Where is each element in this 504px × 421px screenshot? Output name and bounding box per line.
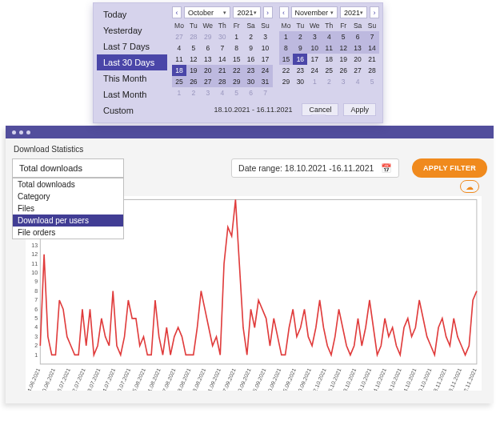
preset-item[interactable]: Last 7 Days bbox=[97, 38, 167, 54]
year-select[interactable]: 2021 ▾ bbox=[340, 6, 367, 18]
preset-item[interactable]: Yesterday bbox=[97, 22, 167, 38]
next-month-button[interactable]: › bbox=[370, 6, 379, 18]
day-other-month[interactable]: 1 bbox=[172, 87, 186, 98]
day[interactable]: 20 bbox=[350, 54, 365, 65]
day-other-month[interactable]: 29 bbox=[201, 31, 215, 42]
month-select[interactable]: November ▾ bbox=[291, 6, 338, 18]
day[interactable]: 19 bbox=[336, 54, 350, 65]
day[interactable]: 18 bbox=[172, 65, 186, 76]
day[interactable]: 24 bbox=[307, 65, 322, 76]
day[interactable]: 20 bbox=[201, 65, 215, 76]
day[interactable]: 23 bbox=[293, 65, 307, 76]
year-select[interactable]: 2021 ▾ bbox=[233, 6, 260, 18]
day[interactable]: 18 bbox=[322, 54, 336, 65]
cancel-button[interactable]: Cancel bbox=[302, 103, 338, 116]
date-range-input[interactable]: Date range: 18.10.2021 -16.11.2021 📅 bbox=[231, 158, 399, 178]
day-other-month[interactable]: 2 bbox=[186, 87, 201, 98]
day[interactable]: 1 bbox=[279, 31, 294, 42]
day-other-month[interactable]: 1 bbox=[307, 76, 322, 87]
metric-option[interactable]: Download per users bbox=[13, 215, 123, 227]
day[interactable]: 26 bbox=[186, 76, 201, 87]
day[interactable]: 5 bbox=[186, 42, 201, 54]
day[interactable]: 15 bbox=[279, 54, 294, 65]
day[interactable]: 9 bbox=[293, 42, 307, 54]
day[interactable]: 16 bbox=[293, 54, 307, 65]
day[interactable]: 28 bbox=[365, 65, 379, 76]
day[interactable]: 15 bbox=[230, 54, 244, 65]
day[interactable]: 21 bbox=[365, 54, 379, 65]
day[interactable]: 3 bbox=[258, 31, 273, 42]
day[interactable]: 6 bbox=[201, 42, 215, 54]
day[interactable]: 10 bbox=[258, 42, 273, 54]
day[interactable]: 8 bbox=[230, 42, 244, 54]
day[interactable]: 13 bbox=[201, 54, 215, 65]
day[interactable]: 7 bbox=[215, 42, 230, 54]
day-other-month[interactable]: 7 bbox=[258, 87, 273, 98]
cloud-download-icon[interactable]: ☁ bbox=[460, 180, 479, 193]
day[interactable]: 5 bbox=[336, 31, 350, 42]
day[interactable]: 8 bbox=[279, 42, 294, 54]
day[interactable]: 22 bbox=[230, 65, 244, 76]
day[interactable]: 12 bbox=[336, 42, 350, 54]
day-other-month[interactable]: 5 bbox=[365, 76, 379, 87]
metric-option[interactable]: Total downloads bbox=[13, 178, 123, 190]
day-other-month[interactable]: 30 bbox=[215, 31, 230, 42]
day[interactable]: 23 bbox=[244, 65, 258, 76]
preset-item[interactable]: Custom bbox=[97, 102, 167, 118]
apply-filter-button[interactable]: APPLY FILTER bbox=[412, 158, 487, 178]
day[interactable]: 10 bbox=[307, 42, 322, 54]
day[interactable]: 2 bbox=[244, 31, 258, 42]
month-select[interactable]: October ▾ bbox=[184, 6, 230, 18]
day[interactable]: 14 bbox=[365, 42, 379, 54]
day[interactable]: 29 bbox=[279, 76, 294, 87]
metric-option[interactable]: File orders bbox=[13, 227, 123, 239]
day[interactable]: 14 bbox=[215, 54, 230, 65]
preset-item[interactable]: Last 30 Days bbox=[97, 54, 167, 70]
day[interactable]: 27 bbox=[201, 76, 215, 87]
day[interactable]: 6 bbox=[350, 31, 365, 42]
day[interactable]: 2 bbox=[293, 31, 307, 42]
day-other-month[interactable]: 28 bbox=[186, 31, 201, 42]
day[interactable]: 11 bbox=[322, 42, 336, 54]
prev-month-button[interactable]: ‹ bbox=[172, 6, 182, 18]
day[interactable]: 7 bbox=[365, 31, 379, 42]
day-other-month[interactable]: 3 bbox=[201, 87, 215, 98]
day[interactable]: 11 bbox=[172, 54, 186, 65]
prev-month-button[interactable]: ‹ bbox=[279, 6, 289, 18]
day[interactable]: 4 bbox=[322, 31, 336, 42]
day[interactable]: 26 bbox=[336, 65, 350, 76]
day[interactable]: 29 bbox=[230, 76, 244, 87]
day[interactable]: 27 bbox=[350, 65, 365, 76]
day[interactable]: 3 bbox=[307, 31, 322, 42]
day[interactable]: 9 bbox=[244, 42, 258, 54]
day-other-month[interactable]: 3 bbox=[336, 76, 350, 87]
day[interactable]: 16 bbox=[244, 54, 258, 65]
preset-item[interactable]: Today bbox=[97, 6, 167, 22]
day-other-month[interactable]: 4 bbox=[350, 76, 365, 87]
metric-select[interactable]: Total downloads Total downloadsCategoryF… bbox=[12, 158, 124, 178]
preset-item[interactable]: Last Month bbox=[97, 86, 167, 102]
metric-option[interactable]: Category bbox=[13, 190, 123, 202]
day-other-month[interactable]: 5 bbox=[230, 87, 244, 98]
day[interactable]: 25 bbox=[322, 65, 336, 76]
day-other-month[interactable]: 27 bbox=[172, 31, 186, 42]
metric-option[interactable]: Files bbox=[13, 202, 123, 215]
day[interactable]: 30 bbox=[293, 76, 307, 87]
next-month-button[interactable]: › bbox=[263, 6, 273, 18]
day[interactable]: 17 bbox=[258, 54, 273, 65]
apply-button[interactable]: Apply bbox=[343, 103, 376, 116]
day[interactable]: 13 bbox=[350, 42, 365, 54]
day-other-month[interactable]: 4 bbox=[215, 87, 230, 98]
day[interactable]: 21 bbox=[215, 65, 230, 76]
day[interactable]: 30 bbox=[244, 76, 258, 87]
day[interactable]: 12 bbox=[186, 54, 201, 65]
preset-item[interactable]: This Month bbox=[97, 70, 167, 86]
day-other-month[interactable]: 6 bbox=[244, 87, 258, 98]
day[interactable]: 17 bbox=[307, 54, 322, 65]
day[interactable]: 28 bbox=[215, 76, 230, 87]
day[interactable]: 4 bbox=[172, 42, 186, 54]
day[interactable]: 25 bbox=[172, 76, 186, 87]
day[interactable]: 19 bbox=[186, 65, 201, 76]
day[interactable]: 1 bbox=[230, 31, 244, 42]
day[interactable]: 24 bbox=[258, 65, 273, 76]
